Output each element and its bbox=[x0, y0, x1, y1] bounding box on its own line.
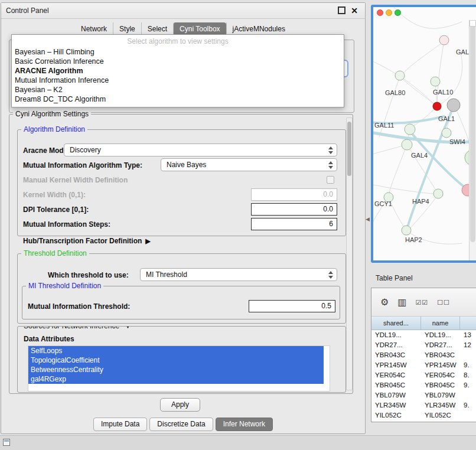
network-edge[interactable] bbox=[373, 184, 433, 194]
network-node-label: GAL10 bbox=[433, 89, 453, 96]
bottom-tab[interactable]: Infer Network bbox=[216, 418, 273, 431]
cell-name: YBL079W bbox=[421, 390, 460, 400]
network-node[interactable] bbox=[433, 102, 441, 110]
cell-shared-name: YBL079W bbox=[371, 390, 421, 400]
table-row[interactable]: YBR045C YBR045C 9. bbox=[371, 380, 476, 390]
zoom-traffic-light-icon[interactable] bbox=[395, 9, 401, 16]
network-scrollbar-thumb[interactable] bbox=[470, 24, 475, 242]
table-row[interactable]: YER054C YER054C 8. bbox=[371, 370, 476, 380]
network-node[interactable] bbox=[402, 139, 412, 150]
network-edge[interactable] bbox=[373, 146, 403, 155]
settings-scrollbar[interactable] bbox=[346, 118, 353, 390]
cell-shared-name: YER054C bbox=[371, 370, 421, 380]
deselect-all-checkboxes-icon[interactable]: ☐☐ bbox=[437, 298, 450, 307]
control-panel-tab[interactable]: Network bbox=[75, 22, 113, 35]
columns-icon[interactable]: ▥ bbox=[397, 298, 406, 307]
mi-steps-input[interactable]: 6 bbox=[251, 218, 337, 230]
data-attribute-item[interactable]: TopologicalCoefficient bbox=[28, 356, 324, 365]
cell-extra: 12 bbox=[460, 340, 476, 350]
algorithm-dropdown-item[interactable]: Mutual Information Inference bbox=[12, 76, 344, 85]
panel-dock-icon[interactable] bbox=[3, 439, 10, 446]
cell-shared-name: YDR27... bbox=[371, 340, 421, 350]
network-node[interactable] bbox=[431, 77, 440, 86]
algorithm-dropdown-item[interactable]: Basic Correlation Inference bbox=[12, 57, 344, 66]
expand-right-icon[interactable]: ▶ bbox=[145, 237, 150, 244]
combo-arrows-icon bbox=[328, 161, 333, 169]
manual-kernel-checkbox bbox=[327, 176, 334, 184]
panel-resize-arrow-icon[interactable]: ◀ bbox=[366, 216, 370, 222]
algorithm-dropdown-item[interactable]: ARACNE Algorithm bbox=[12, 66, 344, 76]
float-window-icon[interactable] bbox=[338, 6, 345, 14]
window-controls: ✕ bbox=[338, 6, 358, 14]
cell-shared-name: YDL19... bbox=[371, 330, 421, 340]
data-attribute-item[interactable]: SelfLoops bbox=[28, 346, 324, 356]
cell-name: YBR045C bbox=[421, 380, 460, 390]
dpi-tolerance-input[interactable]: 0.0 bbox=[251, 203, 337, 216]
close-traffic-light-icon[interactable] bbox=[377, 9, 383, 16]
close-window-icon[interactable]: ✕ bbox=[351, 7, 358, 14]
data-attributes-list: SelfLoopsTopologicalCoefficientBetweenne… bbox=[28, 345, 330, 392]
table-row[interactable]: YPR145W YPR145W 9. bbox=[371, 360, 476, 370]
network-edge[interactable] bbox=[402, 41, 444, 75]
algorithm-definition-title: Algorithm Definition bbox=[21, 125, 87, 133]
which-threshold-select[interactable]: MI Threshold bbox=[140, 268, 337, 281]
control-panel-tab[interactable]: Select bbox=[141, 22, 173, 35]
table-row[interactable]: YDR27... YDR27... 12 bbox=[371, 340, 476, 350]
bottom-tab[interactable]: Impute Data bbox=[93, 418, 147, 431]
mi-threshold-input[interactable]: 0.5 bbox=[249, 300, 335, 312]
network-edge[interactable] bbox=[407, 106, 454, 227]
network-edge[interactable] bbox=[373, 60, 433, 103]
hub-factor-section[interactable]: Hub/Transcription Factor Definition▶ bbox=[23, 237, 151, 245]
data-attribute-item[interactable]: BetweennessCentrality bbox=[28, 365, 324, 374]
settings-scrollbar-thumb[interactable] bbox=[347, 122, 351, 176]
column-header-extra[interactable] bbox=[460, 317, 476, 330]
column-header-shared-name[interactable]: shared... bbox=[371, 317, 421, 330]
network-edge[interactable] bbox=[454, 105, 470, 153]
network-node[interactable] bbox=[402, 226, 411, 235]
apply-button[interactable]: Apply bbox=[160, 398, 200, 412]
which-threshold-label: Which threshold to use: bbox=[48, 271, 129, 279]
algorithm-dropdown-item[interactable]: Bayesian – Hill Climbing bbox=[12, 47, 344, 57]
data-attribute-item[interactable]: gal4RGexp bbox=[28, 374, 324, 384]
sources-title: Sources for Network Inference ▼ bbox=[21, 326, 133, 330]
network-node[interactable] bbox=[433, 189, 443, 198]
network-canvas[interactable]: GAL8GAL80GAL10GAL11GAL1SWI4GAL4GCY1HAP4H… bbox=[373, 7, 470, 260]
gear-icon[interactable]: ⚙ bbox=[380, 298, 389, 307]
table-row[interactable]: YBL079W YBL079W bbox=[371, 390, 476, 400]
table-header-row: shared... name bbox=[371, 317, 476, 330]
network-node-label: GCY1 bbox=[374, 200, 392, 207]
control-panel-tab[interactable]: Cyni Toolbox bbox=[173, 22, 226, 35]
network-node[interactable] bbox=[447, 99, 460, 112]
cell-name: YLR345W bbox=[421, 400, 460, 410]
table-row[interactable]: YLR345W YLR345W 9. bbox=[371, 400, 476, 410]
table-row[interactable]: YIL052C YIL052C bbox=[371, 410, 476, 420]
cell-name: YIL052C bbox=[421, 410, 460, 420]
network-node[interactable] bbox=[405, 124, 415, 135]
table-row[interactable]: YDL19... YDL19... 13 bbox=[371, 330, 476, 340]
network-edge[interactable] bbox=[391, 7, 462, 28]
minimize-traffic-light-icon[interactable] bbox=[386, 9, 392, 16]
cell-shared-name: YBR045C bbox=[371, 380, 421, 390]
network-node[interactable] bbox=[395, 71, 405, 80]
mi-type-select[interactable]: Naive Bayes bbox=[161, 158, 337, 171]
control-panel-tab[interactable]: jActiveMNodules bbox=[226, 22, 291, 35]
network-vertical-scrollbar[interactable] bbox=[469, 20, 476, 260]
algorithm-dropdown-item[interactable]: Dream8 DC_TDC Algorithm bbox=[12, 94, 344, 104]
network-node[interactable] bbox=[439, 35, 449, 45]
network-node[interactable] bbox=[442, 128, 451, 138]
table-toolbar: ⚙ ▥ ☑☑ ☐☐ bbox=[371, 288, 476, 317]
network-edge[interactable] bbox=[411, 106, 437, 128]
network-scrollbar-button[interactable] bbox=[470, 20, 476, 27]
table-body: YDL19... YDL19... 13 YDR27... YDR27... 1… bbox=[371, 330, 476, 420]
select-all-checkboxes-icon[interactable]: ☑☑ bbox=[415, 298, 428, 307]
collapse-down-icon[interactable]: ▼ bbox=[125, 326, 131, 330]
column-header-name[interactable]: name bbox=[421, 317, 460, 330]
table-row[interactable]: YBR043C YBR043C bbox=[371, 350, 476, 360]
network-edge[interactable] bbox=[389, 145, 407, 193]
network-node-label: GAL4 bbox=[411, 152, 428, 159]
bottom-tab[interactable]: Discretize Data bbox=[149, 418, 213, 431]
control-panel-tab[interactable]: Style bbox=[113, 22, 141, 35]
algorithm-dropdown-item[interactable]: Bayesian – K2 bbox=[12, 85, 344, 94]
aracne-mode-select[interactable]: Discovery bbox=[64, 144, 337, 156]
control-panel-window: Control Panel ✕ NetworkStyleSelectCyni T… bbox=[1, 2, 366, 434]
